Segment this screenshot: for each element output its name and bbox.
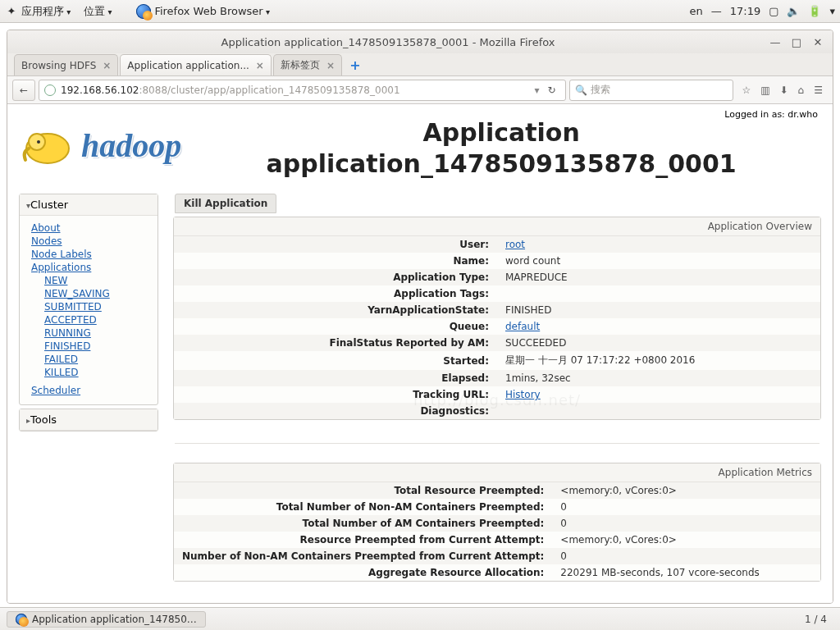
window-close-button[interactable]: ✕ xyxy=(810,34,826,49)
overview-key-queue: Queue: xyxy=(174,318,497,335)
overview-key-user: User: xyxy=(174,236,497,253)
taskbar-running-label: Application application_147850… xyxy=(32,614,197,625)
sidebar-tools-header[interactable]: Tools xyxy=(20,409,158,431)
battery-icon[interactable]: 🔋 xyxy=(808,5,821,17)
overview-val-final: SUCCEEDED xyxy=(497,335,820,351)
hamburger-menu-icon[interactable]: ☰ xyxy=(814,84,823,96)
tab-close-icon[interactable]: × xyxy=(256,60,264,71)
overview-val-tracking[interactable]: History xyxy=(505,389,541,400)
overview-panel-header: Application Overview xyxy=(174,217,820,236)
sidebar-link-applications[interactable]: Applications xyxy=(31,262,91,273)
tab-close-icon[interactable]: × xyxy=(326,60,335,71)
metrics-key: Total Resource Preempted: xyxy=(174,482,552,499)
overview-val-user[interactable]: root xyxy=(505,239,525,250)
taskbar-running-app[interactable]: Application application_147850… xyxy=(7,611,206,628)
sidebar-link-failed[interactable]: FAILED xyxy=(44,354,78,365)
sidebar-link-scheduler[interactable]: Scheduler xyxy=(31,385,80,396)
sidebar-link-node-labels[interactable]: Node Labels xyxy=(31,249,92,260)
globe-icon xyxy=(44,84,56,96)
nav-toolbar: ← 192.168.56.102:8088/cluster/app/applic… xyxy=(7,76,833,104)
page-viewport[interactable]: Logged in as: dr.who hadoop Application … xyxy=(7,104,833,603)
library-icon[interactable]: ▥ xyxy=(760,84,769,96)
workspace-pager[interactable]: 1 / 4 xyxy=(798,614,833,625)
sidebar-link-about[interactable]: About xyxy=(31,222,60,234)
bookmark-star-icon[interactable]: ☆ xyxy=(742,84,751,96)
hadoop-page: Logged in as: dr.who hadoop Application … xyxy=(7,104,833,603)
tab-close-icon[interactable]: × xyxy=(103,60,111,71)
application-overview-panel: Application Overview http://blog.csdn.ne… xyxy=(173,217,821,420)
back-button[interactable]: ← xyxy=(12,80,35,101)
metrics-val: 0 xyxy=(552,548,820,564)
metrics-key: Aggregate Resource Allocation: xyxy=(174,564,552,581)
universal-access-icon[interactable]: — xyxy=(711,5,722,17)
address-bar[interactable]: 192.168.56.102:8088/cluster/app/applicat… xyxy=(39,80,566,101)
metrics-key: Total Number of Non-AM Containers Preemp… xyxy=(174,499,552,515)
metrics-key: Resource Preempted from Current Attempt: xyxy=(174,532,552,548)
main-content: Kill Application Application Overview ht… xyxy=(173,194,821,603)
home-icon[interactable]: ⌂ xyxy=(798,84,805,96)
power-menu-icon[interactable]: ▾ xyxy=(829,5,835,17)
metrics-val: 220291 MB-seconds, 107 vcore-seconds xyxy=(552,564,820,581)
metrics-val: 0 xyxy=(552,515,820,532)
hadoop-elephant-icon xyxy=(19,124,76,168)
tab-application[interactable]: Application application... × xyxy=(120,54,272,75)
search-box[interactable]: 🔍 搜索 xyxy=(569,80,733,101)
sidebar-tools-box: Tools xyxy=(19,409,158,431)
sidebar-cluster-header[interactable]: Cluster xyxy=(20,194,158,216)
metrics-key: Total Number of AM Containers Preempted: xyxy=(174,515,552,532)
tab-label: Application application... xyxy=(127,60,249,71)
overview-val-diagnostics xyxy=(497,403,820,419)
menu-applications[interactable]: 应用程序 xyxy=(21,4,71,19)
menu-places[interactable]: 位置 xyxy=(84,4,112,19)
sidebar: Cluster About Nodes Node Labels Applicat… xyxy=(19,194,158,603)
window-titlebar: Application application_1478509135878_00… xyxy=(7,30,833,53)
overview-key-tags: Application Tags: xyxy=(174,285,497,302)
metrics-val: <memory:0, vCores:0> xyxy=(552,482,820,499)
overview-key-diagnostics: Diagnostics: xyxy=(174,403,497,419)
tab-browsing-hdfs[interactable]: Browsing HDFS × xyxy=(14,54,118,75)
sidebar-link-accepted[interactable]: ACCEPTED xyxy=(44,314,97,326)
metrics-val: <memory:0, vCores:0> xyxy=(552,532,820,548)
window-title: Application application_1478509135878_00… xyxy=(14,36,762,48)
firefox-icon[interactable] xyxy=(136,4,151,19)
overview-key-type: Application Type: xyxy=(174,269,497,285)
hadoop-wordmark: hadoop xyxy=(81,126,181,165)
desktop-top-panel: ✦ 应用程序 位置 Firefox Web Browser en — 17:19… xyxy=(0,0,840,23)
search-icon: 🔍 xyxy=(575,84,587,96)
firefox-icon xyxy=(16,614,27,625)
sidebar-link-submitted[interactable]: SUBMITTED xyxy=(44,301,102,313)
overview-val-queue[interactable]: default xyxy=(505,321,540,332)
url-dropdown-icon[interactable]: ▾ xyxy=(531,84,542,96)
reload-button[interactable]: ↻ xyxy=(542,84,560,96)
desktop-taskbar: Application application_147850… 1 / 4 xyxy=(0,607,840,630)
new-tab-button[interactable]: + xyxy=(344,54,367,75)
kill-application-button[interactable]: Kill Application xyxy=(175,194,276,213)
overview-val-elapsed: 1mins, 32sec xyxy=(497,370,820,386)
overview-key-tracking: Tracking URL: xyxy=(174,386,497,403)
volume-icon[interactable]: 🔈 xyxy=(787,5,800,17)
downloads-icon[interactable]: ⬇ xyxy=(780,84,788,96)
search-placeholder: 搜索 xyxy=(591,83,610,97)
metrics-val: 0 xyxy=(552,499,820,515)
firefox-launcher-label[interactable]: Firefox Web Browser xyxy=(154,5,270,17)
tab-newtab[interactable]: 新标签页 × xyxy=(273,54,342,75)
overview-key-started: Started: xyxy=(174,351,497,370)
sidebar-link-new[interactable]: NEW xyxy=(44,275,67,286)
window-minimize-button[interactable]: — xyxy=(767,34,783,49)
url-text: 192.168.56.102:8088/cluster/app/applicat… xyxy=(61,84,531,96)
gnome-foot-icon: ✦ xyxy=(5,5,18,18)
section-divider xyxy=(175,443,819,448)
overview-key-final: FinalStatus Reported by AM: xyxy=(174,335,497,351)
overview-key-name: Name: xyxy=(174,253,497,269)
sidebar-link-running[interactable]: RUNNING xyxy=(44,327,91,339)
overview-key-state: YarnApplicationState: xyxy=(174,302,497,318)
application-metrics-panel: Application Metrics Total Resource Preem… xyxy=(173,463,821,582)
hadoop-logo[interactable]: hadoop xyxy=(19,124,181,168)
sidebar-link-killed[interactable]: KILLED xyxy=(44,367,79,378)
language-indicator[interactable]: en xyxy=(689,5,702,17)
sidebar-link-new-saving[interactable]: NEW_SAVING xyxy=(44,288,110,299)
display-icon[interactable]: ▢ xyxy=(769,5,778,17)
window-maximize-button[interactable]: □ xyxy=(788,34,805,49)
sidebar-link-finished[interactable]: FINISHED xyxy=(44,340,90,352)
sidebar-link-nodes[interactable]: Nodes xyxy=(31,235,62,247)
